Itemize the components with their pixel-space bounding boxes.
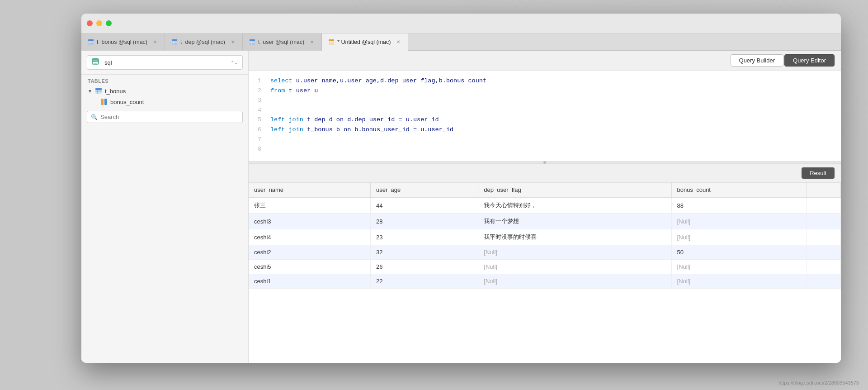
result-button[interactable]: Result bbox=[802, 167, 835, 179]
table-cell-dep_user_flag: [Null] bbox=[478, 274, 671, 289]
svg-rect-16 bbox=[329, 39, 334, 41]
table-row: 张三44我今天心情特别好，88 bbox=[249, 197, 841, 214]
svg-rect-1 bbox=[88, 39, 94, 41]
code-line-1: select u.user_name,u.user_age,d.dep_user… bbox=[270, 76, 837, 86]
table-row: ceshi122[Null][Null] bbox=[249, 274, 841, 289]
traffic-lights bbox=[87, 20, 112, 26]
table-cell-dep_user_flag: 我平时没事的时候喜 bbox=[478, 229, 671, 245]
table-cell-extra bbox=[807, 274, 840, 289]
code-line-5: left join t_dep d on d.dep_user_id = u.u… bbox=[270, 115, 837, 125]
col-dep-user-flag: dep_user_flag bbox=[478, 183, 671, 197]
tab-label: t_user @sql (mac) bbox=[258, 39, 304, 45]
chevron-icon: ⌃⌄ bbox=[231, 60, 238, 65]
code-line-3 bbox=[270, 95, 837, 105]
table-cell-extra bbox=[807, 245, 840, 260]
code-content[interactable]: select u.user_name,u.user_age,d.dep_user… bbox=[267, 76, 841, 156]
code-line-4 bbox=[270, 105, 837, 115]
query-editor-button[interactable]: Query Editor bbox=[784, 54, 835, 67]
tree-item-t-bonus[interactable]: ▼ t_bonus bbox=[81, 86, 248, 96]
table-tree-icon bbox=[95, 87, 102, 95]
table-cell-bonus_count: 88 bbox=[671, 197, 807, 214]
query-builder-button[interactable]: Query Builder bbox=[731, 54, 783, 67]
table-row: ceshi526[Null][Null] bbox=[249, 260, 841, 274]
table-cell-user_age: 26 bbox=[370, 260, 478, 274]
tab-close-button[interactable]: ✕ bbox=[152, 39, 158, 45]
table-cell-extra bbox=[807, 214, 840, 229]
tabs-bar: t_bonus @sql (mac) ✕ t_dep @sql (mac) ✕ bbox=[81, 33, 841, 51]
table-cell-user_age: 23 bbox=[370, 229, 478, 245]
tab-label: t_dep @sql (mac) bbox=[180, 39, 225, 45]
table-cell-extra bbox=[807, 229, 840, 245]
table-cell-user_age: 32 bbox=[370, 245, 478, 260]
db-selector[interactable]: sql ⌃⌄ bbox=[87, 55, 243, 70]
tab-close-button[interactable]: ✕ bbox=[230, 39, 236, 45]
main-window: t_bonus @sql (mac) ✕ t_dep @sql (mac) ✕ bbox=[81, 14, 841, 363]
table-cell-user_age: 44 bbox=[370, 197, 478, 214]
code-editor[interactable]: 1 2 3 4 5 6 7 8 select u.user_name,u.use… bbox=[249, 71, 841, 161]
line-numbers: 1 2 3 4 5 6 7 8 bbox=[249, 76, 267, 156]
tree-item-bonus-count[interactable]: bonus_count bbox=[81, 96, 248, 107]
col-bonus-count: bonus_count bbox=[671, 183, 807, 197]
tab-close-button[interactable]: ✕ bbox=[395, 39, 401, 45]
search-box[interactable]: 🔍 bbox=[87, 111, 243, 123]
result-toolbar: Result bbox=[249, 164, 841, 183]
col-extra bbox=[807, 183, 840, 197]
tab-t-user[interactable]: t_user @sql (mac) ✕ bbox=[243, 33, 322, 51]
table-cell-user_name: ceshi5 bbox=[249, 260, 370, 274]
search-icon: 🔍 bbox=[91, 114, 98, 120]
table-cell-dep_user_flag: 我今天心情特别好， bbox=[478, 197, 671, 214]
maximize-button[interactable] bbox=[106, 20, 112, 26]
titlebar bbox=[81, 14, 841, 33]
tab-label: t_bonus @sql (mac) bbox=[97, 39, 147, 45]
table-cell-user_name: ceshi3 bbox=[249, 214, 370, 229]
table-cell-user_name: 张三 bbox=[249, 197, 370, 214]
table-icon bbox=[88, 39, 94, 45]
svg-rect-6 bbox=[172, 39, 177, 41]
data-table: user_name user_age dep_user_flag bonus_c… bbox=[249, 183, 841, 289]
svg-rect-30 bbox=[101, 99, 104, 105]
tab-t-bonus[interactable]: t_bonus @sql (mac) ✕ bbox=[81, 33, 165, 51]
table-cell-dep_user_flag: [Null] bbox=[478, 245, 671, 260]
column-icon bbox=[100, 98, 108, 105]
sidebar: sql ⌃⌄ TABLES ▼ t_bonus bbox=[81, 51, 249, 363]
table-header-row: user_name user_age dep_user_flag bonus_c… bbox=[249, 183, 841, 197]
table-icon-star bbox=[328, 39, 335, 45]
code-line-8 bbox=[270, 144, 837, 154]
table-icon bbox=[171, 39, 178, 45]
table-cell-bonus_count: [Null] bbox=[671, 274, 807, 289]
tree-child-label: bonus_count bbox=[110, 99, 144, 105]
table-cell-extra bbox=[807, 197, 840, 214]
table-row: ceshi232[Null]50 bbox=[249, 245, 841, 260]
db-name: sql bbox=[104, 59, 112, 66]
tab-close-button[interactable]: ✕ bbox=[309, 39, 315, 45]
table-cell-user_age: 28 bbox=[370, 214, 478, 229]
table-cell-dep_user_flag: 我有一个梦想 bbox=[478, 214, 671, 229]
data-table-wrapper[interactable]: user_name user_age dep_user_flag bonus_c… bbox=[249, 183, 841, 363]
table-cell-bonus_count: 50 bbox=[671, 245, 807, 260]
table-row: ceshi423我平时没事的时候喜[Null] bbox=[249, 229, 841, 245]
db-icon bbox=[92, 58, 99, 67]
col-user-name: user_name bbox=[249, 183, 370, 197]
table-cell-user_name: ceshi2 bbox=[249, 245, 370, 260]
table-row: ceshi328我有一个梦想[Null] bbox=[249, 214, 841, 229]
tab-t-dep[interactable]: t_dep @sql (mac) ✕ bbox=[165, 33, 243, 51]
table-cell-bonus_count: [Null] bbox=[671, 260, 807, 274]
editor-area: Query Builder Query Editor 1 2 3 4 5 6 7… bbox=[249, 51, 841, 363]
table-cell-extra bbox=[807, 260, 840, 274]
main-content: sql ⌃⌄ TABLES ▼ t_bonus bbox=[81, 51, 841, 363]
table-cell-bonus_count: [Null] bbox=[671, 214, 807, 229]
search-input[interactable] bbox=[100, 114, 239, 120]
svg-rect-11 bbox=[250, 39, 255, 41]
tree-item-label: t_bonus bbox=[105, 88, 126, 95]
tab-untitled[interactable]: * Untitled @sql (mac) ✕ bbox=[322, 33, 408, 51]
col-user-age: user_age bbox=[370, 183, 478, 197]
footer-url: https://blog.csdn.net/2/18603543573 bbox=[778, 380, 859, 385]
sidebar-header: sql ⌃⌄ bbox=[81, 51, 248, 75]
tab-label: * Untitled @sql (mac) bbox=[337, 39, 391, 45]
query-toolbar: Query Builder Query Editor bbox=[249, 51, 841, 71]
close-button[interactable] bbox=[87, 20, 93, 26]
code-line-2: from t_user u bbox=[270, 86, 837, 96]
code-line-7 bbox=[270, 135, 837, 145]
table-body: 张三44我今天心情特别好，88ceshi328我有一个梦想[Null]ceshi… bbox=[249, 197, 841, 289]
minimize-button[interactable] bbox=[96, 20, 102, 26]
